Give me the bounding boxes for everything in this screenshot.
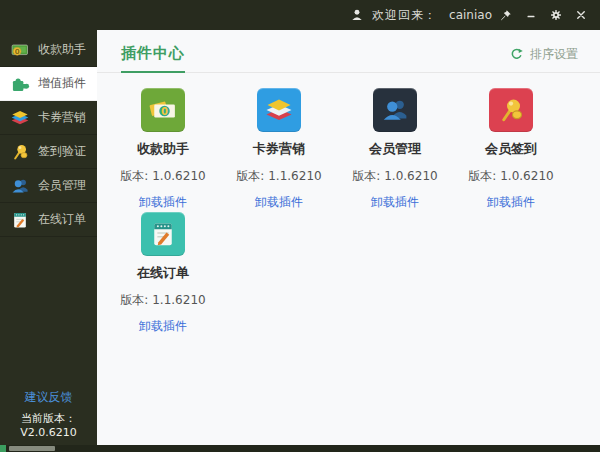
sidebar-item-label: 签到验证 <box>38 143 86 160</box>
plugin-tile-member-signin[interactable] <box>489 88 533 132</box>
plugin-name: 会员管理 <box>337 140 453 158</box>
feedback-link[interactable]: 建议反馈 <box>25 389 73 406</box>
pin-button[interactable] <box>495 4 517 26</box>
app-version-text: 当前版本：V2.0.6210 <box>0 411 97 439</box>
sidebar-item-label: 增值插件 <box>38 75 86 92</box>
uninstall-plugin-link[interactable]: 卸载插件 <box>371 194 419 211</box>
plugin-version: 版本: 1.0.6210 <box>105 168 221 185</box>
plugin-card-coupon-marketing: 卡券营销 版本: 1.1.6210 卸载插件 <box>221 88 337 211</box>
sidebar: 收款助手 增值插件 卡券营销 签到验证 会员管理 在线订单 <box>0 30 97 445</box>
sidebar-item-plugins[interactable]: 增值插件 <box>0 67 97 101</box>
sort-settings-label: 排序设置 <box>530 46 578 63</box>
plugin-version: 版本: 1.0.6210 <box>453 168 569 185</box>
minimize-button[interactable] <box>520 4 542 26</box>
notepad-icon <box>10 210 30 230</box>
gear-icon <box>550 9 562 21</box>
username-text: cainiao <box>449 8 492 22</box>
sidebar-item-member-management[interactable]: 会员管理 <box>0 169 97 203</box>
layers-icon <box>264 95 294 125</box>
plugin-version: 版本: 1.1.6210 <box>105 292 221 309</box>
notepad-icon <box>148 219 178 249</box>
plugin-version: 版本: 1.1.6210 <box>221 168 337 185</box>
money-icon <box>10 40 30 60</box>
money-icon <box>148 95 178 125</box>
main-content: 插件中心 排序设置 收款助手 版本: 1.0.6210 卸载插件 <box>97 30 600 445</box>
user-icon <box>350 8 364 22</box>
uninstall-plugin-link[interactable]: 卸载插件 <box>255 194 303 211</box>
titlebar: 欢迎回来： cainiao <box>0 0 600 30</box>
sidebar-item-label: 在线订单 <box>38 211 86 228</box>
refresh-icon <box>509 47 524 62</box>
corner-chip <box>0 445 6 452</box>
plugin-name: 卡券营销 <box>221 140 337 158</box>
plugin-tile-member-management[interactable] <box>373 88 417 132</box>
bottom-scrollbar <box>0 445 600 452</box>
layers-icon <box>10 108 30 128</box>
page-title: 插件中心 <box>121 44 185 73</box>
plugin-tile-coupon-marketing[interactable] <box>257 88 301 132</box>
sidebar-item-label: 卡券营销 <box>38 109 86 126</box>
app-window: 欢迎回来： cainiao 收款助手 增值插件 卡 <box>0 0 600 452</box>
uninstall-plugin-link[interactable]: 卸载插件 <box>139 194 187 211</box>
puzzle-icon <box>10 74 30 94</box>
minimize-icon <box>525 9 537 21</box>
pushpin-icon <box>496 95 526 125</box>
plugin-name: 收款助手 <box>105 140 221 158</box>
person-icon <box>380 95 410 125</box>
plugin-version: 版本: 1.0.6210 <box>337 168 453 185</box>
sidebar-footer: 建议反馈 当前版本：V2.0.6210 <box>0 386 97 439</box>
sort-settings-button[interactable]: 排序设置 <box>509 46 578 72</box>
settings-button[interactable] <box>545 4 567 26</box>
plugin-card-online-orders: 在线订单 版本: 1.1.6210 卸载插件 <box>105 212 221 335</box>
close-icon <box>575 9 587 21</box>
person-icon <box>10 176 30 196</box>
plugin-card-payment-assistant: 收款助手 版本: 1.0.6210 卸载插件 <box>105 88 221 211</box>
pushpin-icon <box>10 142 30 162</box>
welcome-label: 欢迎回来： <box>372 7 437 24</box>
plugin-card-member-management: 会员管理 版本: 1.0.6210 卸载插件 <box>337 88 453 211</box>
pushpin-icon <box>500 9 512 21</box>
sidebar-item-online-orders[interactable]: 在线订单 <box>0 203 97 237</box>
plugin-grid: 收款助手 版本: 1.0.6210 卸载插件 卡券营销 版本: 1.1.6210 <box>97 73 600 336</box>
uninstall-plugin-link[interactable]: 卸载插件 <box>487 194 535 211</box>
sidebar-item-label: 会员管理 <box>38 177 86 194</box>
uninstall-plugin-link[interactable]: 卸载插件 <box>139 318 187 335</box>
content-header: 插件中心 排序设置 <box>97 30 600 73</box>
close-button[interactable] <box>570 4 592 26</box>
plugin-name: 在线订单 <box>105 264 221 282</box>
sidebar-item-label: 收款助手 <box>38 41 86 58</box>
plugin-tile-payment-assistant[interactable] <box>141 88 185 132</box>
sidebar-item-payment-assistant[interactable]: 收款助手 <box>0 33 97 67</box>
plugin-card-member-signin: 会员签到 版本: 1.0.6210 卸载插件 <box>453 88 569 211</box>
horizontal-scrollbar-thumb[interactable] <box>9 446 55 451</box>
plugin-name: 会员签到 <box>453 140 569 158</box>
sidebar-item-signin-verify[interactable]: 签到验证 <box>0 135 97 169</box>
sidebar-item-coupon-marketing[interactable]: 卡券营销 <box>0 101 97 135</box>
plugin-tile-online-orders[interactable] <box>141 212 185 256</box>
